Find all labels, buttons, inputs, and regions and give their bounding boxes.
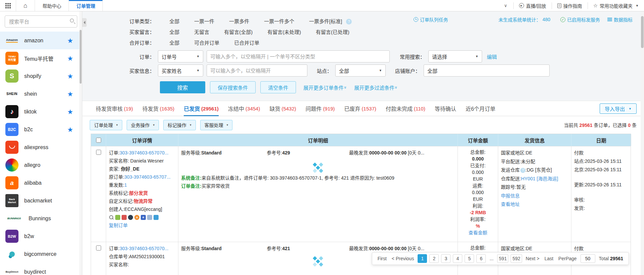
order-id-link[interactable]: 303-3974603-657070... [120,150,169,155]
filter-option[interactable]: 一票多件[标准] [309,16,342,27]
help-icon[interactable]: ? [520,168,525,173]
select-all-checkbox[interactable] [96,138,101,143]
order-process-menu-button[interactable]: 订单处理 ▾ [90,120,122,130]
sidebar-scrollbar[interactable] [79,11,82,275]
filter-option[interactable]: 有留言(未处理) [267,27,301,38]
order-queue-tasks-link[interactable]: 订单队列任务 [414,16,448,23]
favorites-menu-button[interactable]: ☆ 常用功能收藏夹 ▼ [588,0,644,11]
buyer-info-input[interactable] [207,64,307,77]
filter-option[interactable]: 无留言 [194,27,209,38]
page-number-button[interactable]: 592 [511,254,522,263]
page-number-button[interactable]: 1 [418,254,427,263]
amazon-mini-icon[interactable]: a [134,215,139,220]
previous-page-button[interactable]: < Previous [390,256,416,261]
page-number-button[interactable]: 6 [476,254,486,263]
page-number-button[interactable]: 4 [453,254,462,263]
sidebar-item-bunnings[interactable]: BUNNINGS Bunnings [0,210,79,227]
filter-option[interactable]: 全部 [169,38,179,48]
filter-option[interactable]: 一票多件 [229,16,249,27]
row-checkbox[interactable] [96,245,101,250]
search-icon[interactable] [109,215,114,220]
package-icon[interactable] [115,215,120,220]
tab-shipped[interactable]: 已发货 (29561) [184,101,219,116]
save-search-button[interactable]: 保存搜索条件 [210,81,256,93]
warehouse-delivery-link[interactable]: HY001 [海邑海运] [521,176,558,181]
tab-out-of-stock[interactable]: 缺货 (5432) [269,101,296,116]
mark-ops-menu-button[interactable]: 标记操作 ▾ [163,120,196,130]
sidebar-item-tiktok[interactable]: ♪ tiktok [0,103,79,121]
sidebar-item-temu[interactable]: TEMU 半托管 Temu半托管 [0,49,79,67]
operation-guide-button[interactable]: 操作指南 [552,0,588,11]
favorite-star-icon[interactable] [67,72,74,80]
site-select[interactable]: 全部 ▼ [335,64,386,77]
tab-to-ship[interactable]: 待发货 (1635) [142,101,174,116]
view-address-link[interactable]: 查看地址 [501,201,520,207]
view-amount-link[interactable]: 查看金额 [469,230,487,235]
tab-help-center[interactable]: 帮助中心 [35,0,69,11]
last-page-button[interactable]: Last [543,256,555,261]
order-number-type-select[interactable]: 订单号 ▼ [158,50,203,62]
filter-option[interactable]: 有留言(已处理) [316,27,349,38]
quick-search-select[interactable]: 请选择 ▼ [428,50,482,62]
customer-service-menu-button[interactable]: 客服处理 ▾ [200,120,233,130]
shop-account-input[interactable] [424,64,550,77]
next-page-button[interactable]: Next > [524,256,541,261]
expand-more-filters-link[interactable]: 展开更多过滤条件 » [354,84,397,91]
grid-mini-icon[interactable] [147,215,152,220]
per-page-input[interactable] [581,254,595,263]
enabled-service-link[interactable]: ✓ 已启用标发服务 [560,16,600,23]
sidebar-item-alibaba[interactable]: a alibaba [0,174,79,192]
alert-icon[interactable] [122,215,127,220]
live-playback-button[interactable]: ▶ 直播/回放 [514,0,552,11]
edit-quick-search-link[interactable]: 编辑 [487,53,497,60]
tab-frozen[interactable]: 冻结中 (3454) [228,101,260,116]
import-export-button[interactable]: 导入导出 ▼ [600,103,637,114]
sidebar-item-allegro[interactable]: allegro [0,156,79,174]
business-ops-menu-button[interactable]: 业务操作 ▾ [127,120,159,130]
first-page-button[interactable]: First [376,256,388,261]
platform-search-input[interactable] [5,15,77,28]
favorite-star-icon[interactable] [67,126,74,134]
tab-awaiting-confirm[interactable]: 等待确认 [435,101,456,116]
filter-option[interactable]: 可合并订单 [194,38,219,48]
order-number-input[interactable] [207,50,390,62]
favorite-star-icon[interactable] [67,90,74,98]
sidebar-item-b2c[interactable]: B2C b2c [0,121,79,138]
filter-option[interactable]: 全部 [169,27,179,38]
buyer-info-type-select[interactable]: 买家姓名 ▼ [158,64,203,77]
ebay-mini-icon[interactable]: e [141,215,146,220]
main-scrollbar[interactable] [641,11,644,275]
sidebar-item-backmarket[interactable]: Back Market backmarket [0,192,79,210]
tab-pending-audit[interactable]: 待发货审核 (19) [96,101,133,116]
sidebar-item-amazon[interactable]: Amazon amazon [0,32,79,49]
data-metrics-link[interactable]: 数据指标 [607,16,633,23]
planet-icon[interactable] [128,215,133,220]
favorite-star-icon[interactable] [67,37,74,45]
search-button[interactable]: 搜索 [160,81,205,93]
tab-payment-incomplete[interactable]: 付款未完成 (110) [386,101,425,116]
sidebar-item-bigcommerce[interactable]: bigcommerce [0,245,79,263]
sidebar-item-aliexpress[interactable]: aliexpress [0,138,79,156]
favorite-star-icon[interactable] [67,54,74,62]
tab-problem[interactable]: 问题件 (919) [306,101,335,116]
copy-order-link[interactable]: 复制订单 [109,223,128,228]
tag-icon[interactable] [154,215,159,220]
page-number-button[interactable]: 5 [465,254,474,263]
home-button[interactable]: ⌂ [16,0,35,11]
page-number-button[interactable]: 591 [497,254,508,263]
tab-discarded[interactable]: 已废弃 (1537) [344,101,376,116]
filter-option[interactable]: 全部 [169,16,179,27]
tab-order-management[interactable]: 订单管理 [69,0,103,11]
original-order-link[interactable]: 303-3974603-65707... [124,174,171,180]
filter-option[interactable]: 已合并订单 [234,38,259,48]
page-number-button[interactable]: 3 [441,254,450,263]
filter-option[interactable]: 有留言(全部) [224,27,253,38]
unsynced-orders-stat[interactable]: 未生成系统单统计： 480 [499,16,550,23]
declaration-info-link[interactable]: 申报信息 [501,193,520,198]
order-id-link[interactable]: 303-3974603-657070... [120,246,169,251]
expand-more-order-filters-link[interactable]: 展开更多订单条件 » [303,84,347,91]
sidebar-item-shopify[interactable]: S shopify [0,67,79,85]
apps-menu-button[interactable] [0,0,16,11]
help-icon[interactable]: ? [346,19,352,25]
resend-count-link[interactable]: 1 [124,182,127,188]
